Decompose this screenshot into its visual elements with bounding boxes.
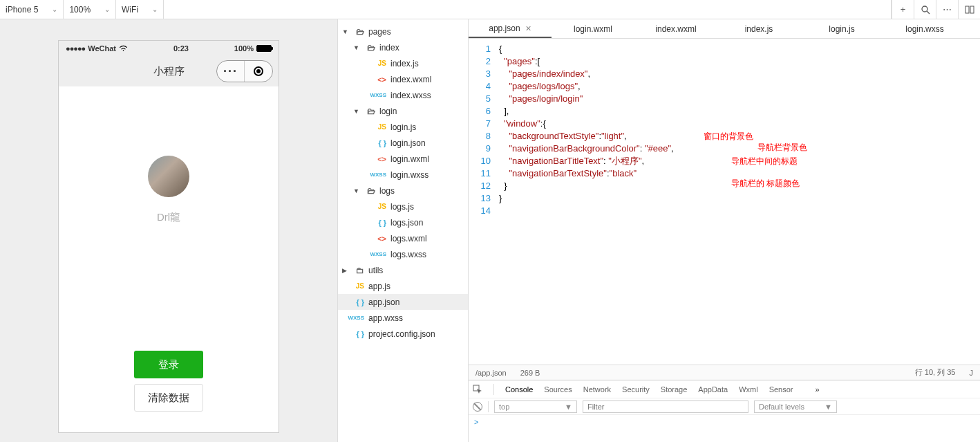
file-tree-item[interactable]: { }app.json bbox=[338, 294, 468, 310]
file-label: app.js bbox=[367, 282, 390, 291]
chevron-icon: ▼ bbox=[353, 187, 360, 194]
code-area[interactable]: { "pages":[ "pages/index/index", "pages/… bbox=[496, 39, 980, 365]
file-tree-item[interactable]: ▼🗁login bbox=[338, 103, 468, 119]
nickname-label: Drl龍 bbox=[157, 211, 180, 224]
file-tree-item[interactable]: JSlogin.js bbox=[338, 119, 468, 135]
file-label: app.wxss bbox=[367, 313, 403, 323]
file-tree-item[interactable]: { }logs.json bbox=[338, 214, 468, 230]
svg-point-0 bbox=[922, 6, 927, 12]
file-tree-item[interactable]: <>logs.wxml bbox=[338, 230, 468, 246]
annotation: 导航栏中间的标题 bbox=[731, 155, 798, 167]
file-tree-item[interactable]: { }project.config.json bbox=[338, 326, 468, 342]
annotation: 导航栏背景色 bbox=[757, 141, 807, 154]
capsule-more-button[interactable]: ··· bbox=[217, 61, 245, 82]
wxss-icon: WXSS bbox=[371, 92, 389, 98]
filter-input[interactable] bbox=[583, 400, 748, 413]
devtools-tab-appdata[interactable]: AppData bbox=[698, 385, 728, 394]
file-tree-item[interactable]: JSlogs.js bbox=[338, 199, 468, 214]
file-tree-item[interactable]: WXSSlogin.wxss bbox=[338, 167, 468, 183]
tab-label: login.js bbox=[829, 24, 854, 34]
inspect-icon[interactable] bbox=[473, 385, 482, 394]
file-tree-item[interactable]: WXSSindex.wxss bbox=[338, 87, 468, 103]
levels-select[interactable]: Default levels ▼ bbox=[754, 400, 837, 413]
editor: app.json×login.wxmlindex.wxmlindex.jslog… bbox=[469, 19, 980, 442]
status-size: 269 B bbox=[520, 369, 540, 377]
chevron-icon: ▶ bbox=[342, 267, 349, 274]
file-tree-item[interactable]: WXSSapp.wxss bbox=[338, 310, 468, 326]
file-label: logs bbox=[378, 186, 395, 196]
devtools-tab-console[interactable]: Console bbox=[505, 385, 533, 394]
file-tree-item[interactable]: <>index.wxml bbox=[338, 71, 468, 87]
file-tree-item[interactable]: ▼🗁pages bbox=[338, 24, 468, 39]
zoom-select[interactable]: 100% ⌄ bbox=[64, 0, 116, 19]
devtools-tab-sensor[interactable]: Sensor bbox=[769, 385, 793, 394]
avatar[interactable] bbox=[148, 156, 189, 197]
js-icon: JS bbox=[371, 203, 389, 210]
annotation: 导航栏的 标题颜色 bbox=[731, 177, 800, 190]
clear-button[interactable]: 清除数据 bbox=[134, 384, 203, 412]
editor-tab[interactable]: app.json× bbox=[469, 19, 552, 38]
capsule-close-button[interactable] bbox=[245, 61, 272, 82]
devtools-tab-wxml[interactable]: Wxml bbox=[739, 385, 758, 394]
devtools-tab-network[interactable]: Network bbox=[583, 385, 611, 394]
add-button[interactable]: + bbox=[892, 0, 914, 19]
file-label: login.js bbox=[389, 122, 416, 132]
file-tree-item[interactable]: { }login.json bbox=[338, 135, 468, 151]
context-select[interactable]: top ▼ bbox=[494, 400, 577, 413]
file-label: index bbox=[378, 43, 399, 53]
tab-label: index.wxml bbox=[655, 24, 696, 34]
top-toolbar: iPhone 5 ⌄ 100% ⌄ WiFi ⌄ + ⋯ bbox=[0, 0, 980, 19]
chevron-down-icon: ⌄ bbox=[52, 6, 57, 13]
network-select[interactable]: WiFi ⌄ bbox=[116, 0, 164, 19]
more-button[interactable]: ⋯ bbox=[936, 0, 958, 19]
file-tree-item[interactable]: <>login.wxml bbox=[338, 151, 468, 167]
file-tree-item[interactable]: WXSSlogs.wxss bbox=[338, 246, 468, 262]
device-select[interactable]: iPhone 5 ⌄ bbox=[0, 0, 64, 19]
clear-console-button[interactable] bbox=[473, 402, 482, 412]
folder-icon: 🗁 bbox=[360, 43, 378, 53]
wxml-icon: <> bbox=[371, 155, 389, 163]
annotation: 窗口的背景色 bbox=[704, 130, 753, 142]
file-tree-item[interactable]: ▼🗁index bbox=[338, 39, 468, 55]
json-icon: { } bbox=[349, 330, 367, 338]
file-tree-item[interactable]: JSindex.js bbox=[338, 55, 468, 71]
file-label: index.js bbox=[389, 59, 419, 68]
tab-label: app.json bbox=[489, 24, 520, 33]
file-label: login.wxss bbox=[389, 170, 428, 180]
devtools-panel: ConsoleSourcesNetworkSecurityStorageAppD… bbox=[469, 380, 980, 442]
devtools-tab-sources[interactable]: Sources bbox=[544, 385, 572, 394]
split-button[interactable] bbox=[958, 0, 980, 19]
file-tree-item[interactable]: ▶🗀utils bbox=[338, 262, 468, 278]
wxss-icon: WXSS bbox=[371, 251, 389, 257]
wxml-icon: <> bbox=[371, 234, 389, 243]
close-icon[interactable]: × bbox=[526, 23, 531, 34]
devtools-tabs: ConsoleSourcesNetworkSecurityStorageAppD… bbox=[469, 380, 980, 398]
login-button[interactable]: 登录 bbox=[134, 351, 203, 378]
editor-tab[interactable]: index.js bbox=[717, 19, 800, 38]
console-prompt: > bbox=[474, 418, 478, 426]
file-tree-item[interactable]: JSapp.js bbox=[338, 278, 468, 294]
js-icon: JS bbox=[371, 123, 389, 131]
simulator-area: ●●●●● WeChat 0:23 100% 小程序 ··· bbox=[0, 19, 337, 442]
editor-tab[interactable]: login.wxml bbox=[552, 19, 634, 38]
editor-tab[interactable]: login.wxss bbox=[883, 19, 966, 38]
editor-tab[interactable]: login.js bbox=[800, 19, 883, 38]
file-label: login.wxml bbox=[389, 154, 429, 164]
device-label: iPhone 5 bbox=[6, 5, 38, 15]
more-icon[interactable]: » bbox=[816, 385, 820, 394]
devtools-tab-storage[interactable]: Storage bbox=[661, 385, 688, 394]
search-button[interactable] bbox=[914, 0, 936, 19]
folder-icon: 🗁 bbox=[360, 107, 378, 116]
json-icon: { } bbox=[371, 139, 389, 147]
wifi-icon bbox=[119, 45, 128, 52]
svg-line-1 bbox=[927, 11, 930, 14]
devtools-tab-security[interactable]: Security bbox=[622, 385, 650, 394]
console-body[interactable]: > bbox=[469, 415, 980, 442]
gutter: 1234567891011121314 bbox=[469, 39, 496, 365]
levels-label: Default levels bbox=[759, 403, 804, 411]
svg-point-4 bbox=[123, 50, 124, 51]
file-label: utils bbox=[367, 266, 383, 275]
file-tree-item[interactable]: ▼🗁logs bbox=[338, 183, 468, 199]
editor-tab[interactable]: index.wxml bbox=[634, 19, 717, 38]
file-label: project.config.json bbox=[367, 329, 435, 339]
